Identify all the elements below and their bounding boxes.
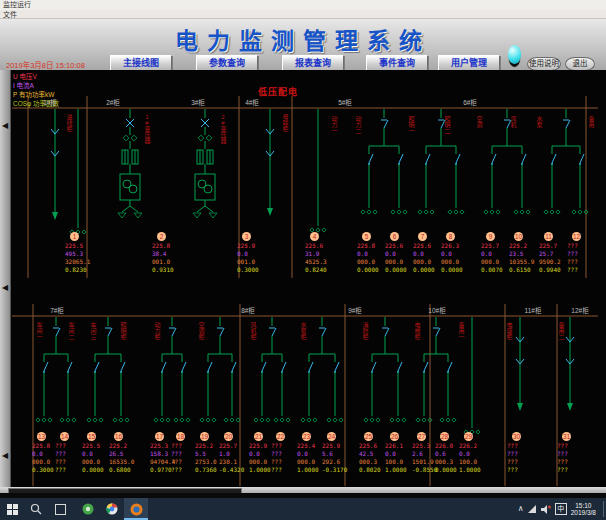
meter-readout-24: 24225.95.6292.6-0.3170 [319,432,351,474]
meter-value: 001.0 [237,258,266,266]
meter-number-badge: 4 [310,232,319,241]
screen: 监控运行 文件 电力监测管理系统 2019年3月8日 15:10:08 主接线图… [0,0,606,520]
feeder-name-label: 动力一 [330,116,337,134]
cabinet-label: 12#柜 [571,305,588,315]
meter-value: 225.5 [65,242,94,250]
meter-value: 0.0000 [441,266,470,274]
single-line-diagram [0,70,606,487]
status-droplet-icon [508,45,521,64]
meter-value: 16535.0 [109,458,138,466]
meter-value: 0.8240 [305,266,334,274]
meter-number-badge: 24 [327,432,336,441]
tray-chevron-icon[interactable]: ∧ [518,498,524,520]
meter-readout-2: 2225.838.4001.00.9310 [149,232,181,274]
cabinet-label: 3#柜 [191,97,205,107]
cabinet-label: 1#柜 [43,97,57,107]
network-icon[interactable] [528,505,537,514]
meter-value: ??? [557,450,586,458]
feeder-name-label: 母联柜 [281,114,288,132]
meter-number-badge: 9 [486,232,495,241]
meter-number-badge: 11 [544,232,553,241]
feeder-name-label: 照明一 [407,116,414,134]
legend-item-2: I 电流A [13,81,59,90]
feeder-name-label: 水泵 [535,116,542,128]
cabinet-label: 2#柜 [106,97,120,107]
meter-readout-12: 12???????????? [564,232,596,274]
cabinet-label: 11#柜 [525,305,542,315]
clock-date: 2019/3/8 [571,509,596,517]
meter-value: 0.6800 [109,466,138,474]
show-desktop-button[interactable] [603,501,604,517]
meter-readout-10: 10225.223.510355.90.6150 [506,232,538,274]
scroll-arrow-icon[interactable]: ◀ [0,122,10,130]
meter-value: 225.9 [237,242,266,250]
feeder-name-label: 电容柜 [505,322,512,340]
meter-value: ??? [567,242,596,250]
feeder-name-label: 2#变压器 [219,114,226,144]
cabinet-label: 5#柜 [338,97,352,107]
green-app-icon [82,503,94,515]
scroll-arrow-icon[interactable]: ◀ [0,284,10,292]
start-button[interactable] [0,498,24,520]
meter-readout-31: 31???????????? [554,432,586,474]
taskbar-app-scada-active[interactable] [124,498,148,520]
meter-number-badge: 12 [572,232,581,241]
ime-indicator[interactable]: 中 [555,503,567,515]
diagram-area: ◀◀◀ U 电压VI 电流AP 有功功率kWCOSφ 功率因数 低压配电 1#柜… [0,70,606,487]
system-tray: ∧ 中 15:10 2019/3/8 [518,498,604,520]
taskbar-app-browser[interactable] [100,498,124,520]
meter-value: 226.2 [459,442,488,450]
menu-bar: 文件 [0,10,606,19]
taskbar-clock[interactable]: 15:10 2019/3/8 [571,502,596,517]
meter-value: 226.3 [441,242,470,250]
help-button[interactable]: 使用说明 [527,57,561,71]
search-button[interactable] [24,498,48,520]
meter-readout-29: 29226.20.0100.01.0000 [456,432,488,474]
meter-value: 0.0 [441,250,470,258]
meter-number-badge: 16 [114,432,123,441]
meter-value: 292.6 [322,458,351,466]
taskbar-app-green[interactable] [76,498,100,520]
meter-value: 001.0 [152,258,181,266]
legend-item-1: U 电压V [13,72,59,81]
task-view-button[interactable] [48,498,72,520]
meter-number-badge: 2 [157,232,166,241]
meter-number-badge: 20 [224,432,233,441]
meter-number-badge: 30 [512,432,521,441]
scroll-strip[interactable] [0,70,11,487]
window-title: 监控运行 [3,1,31,8]
meter-value: 100.0 [459,458,488,466]
meter-number-badge: 14 [60,432,69,441]
meter-value: 225.6 [305,242,334,250]
meter-value: 4525.3 [305,258,334,266]
volume-icon[interactable] [541,505,551,514]
feeder-name-label: 备用 [587,116,594,128]
meter-number-badge: 28 [440,432,449,441]
exit-button[interactable]: 退出 [565,57,595,71]
meter-readout-8: 8226.30.0000.00.0000 [438,232,470,274]
window-titlebar: 监控运行 [0,0,606,10]
feeder-name-label: 进线柜 [65,114,72,132]
feeder-name-label: 车间一 [35,322,42,340]
meter-readout-4: 4225.631.94525.30.8240 [302,232,334,274]
feeder-name-label: 备用二 [557,322,564,340]
meter-number-badge: 22 [276,432,285,441]
meter-value: 10355.9 [509,258,538,266]
meter-value: 0.3000 [237,266,266,274]
meter-number-badge: 29 [464,432,473,441]
windows-logo-icon [7,504,18,515]
meter-value: ??? [507,450,536,458]
meter-value: 495.3 [65,250,94,258]
meter-value: 0.9310 [152,266,181,274]
search-icon [30,503,42,515]
menu-item-file[interactable]: 文件 [3,11,17,18]
feeder-name-label: 车间三 [89,322,96,340]
browser-icon [106,503,118,515]
scroll-arrow-icon[interactable]: ◀ [0,452,10,460]
feeder-name-label: 电梯柜 [413,322,420,340]
meter-readout-16: 16225.226.516535.00.6800 [106,432,138,474]
meter-number-badge: 10 [514,232,523,241]
meter-value: ??? [557,466,586,474]
meter-value: 225.9 [322,442,351,450]
feeder-name-label: 照明柜 [119,322,126,340]
